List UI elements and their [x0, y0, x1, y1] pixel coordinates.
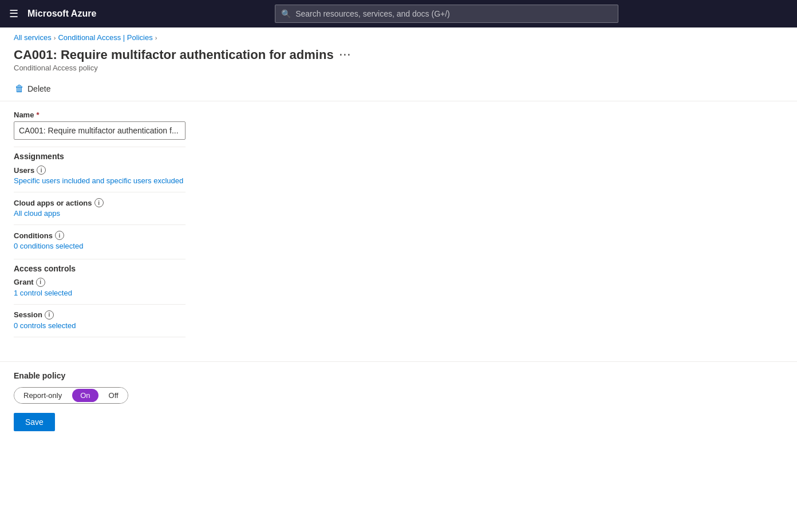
page-title: CA001: Require multifactor authenticatio…: [14, 48, 334, 62]
breadcrumb-sep1: ›: [54, 34, 56, 41]
access-controls-heading: Access controls: [14, 264, 783, 273]
grant-value[interactable]: 1 control selected: [14, 288, 783, 298]
cloud-apps-divider: [14, 224, 186, 225]
main-content: Name * Assignments Users i Specific user…: [0, 101, 797, 352]
session-info-icon[interactable]: i: [45, 310, 54, 320]
access-controls-divider: [14, 259, 186, 259]
toggle-on[interactable]: On: [72, 389, 98, 402]
cloud-apps-label: Cloud apps or actions i: [14, 198, 783, 207]
users-divider: [14, 192, 186, 192]
conditions-label: Conditions i: [14, 231, 783, 240]
breadcrumb-sep2: ›: [155, 34, 157, 41]
more-options-button[interactable]: ···: [340, 49, 352, 61]
page-header: CA001: Require multifactor authenticatio…: [0, 45, 797, 77]
search-bar[interactable]: 🔍: [275, 5, 618, 23]
grant-divider: [14, 304, 186, 305]
toggle-report-only[interactable]: Report-only: [14, 388, 71, 403]
page-subtitle: Conditional Access policy: [14, 64, 783, 72]
enable-policy-label: Enable policy: [14, 371, 783, 380]
delete-icon: 🗑: [15, 84, 24, 94]
top-nav: ☰ Microsoft Azure 🔍: [0, 0, 797, 27]
delete-label: Delete: [27, 84, 50, 93]
grant-label: Grant i: [14, 278, 783, 287]
users-label: Users i: [14, 165, 783, 175]
breadcrumb-conditional-access[interactable]: Conditional Access | Policies: [58, 33, 152, 42]
enable-policy-toggle-group[interactable]: Report-only On Off: [14, 387, 128, 404]
session-item: Session i 0 controls selected: [14, 310, 783, 331]
session-value[interactable]: 0 controls selected: [14, 321, 783, 331]
assignments-divider: [14, 147, 186, 147]
assignments-heading: Assignments: [14, 152, 783, 161]
grant-info-icon[interactable]: i: [36, 278, 45, 287]
breadcrumb-all-services[interactable]: All services: [14, 33, 52, 42]
cloud-apps-info-icon[interactable]: i: [94, 198, 104, 207]
session-label: Session i: [14, 310, 783, 320]
users-value[interactable]: Specific users included and specific use…: [14, 176, 783, 186]
name-field-group: Name *: [14, 111, 783, 140]
conditions-info-icon[interactable]: i: [55, 231, 64, 240]
name-label: Name *: [14, 111, 783, 119]
save-button[interactable]: Save: [14, 413, 55, 431]
hamburger-icon[interactable]: ☰: [9, 7, 18, 20]
access-controls-section: Access controls Grant i 1 control select…: [14, 264, 783, 337]
toolbar: 🗑 Delete: [0, 77, 797, 101]
breadcrumb: All services › Conditional Access | Poli…: [0, 27, 797, 45]
toggle-off[interactable]: Off: [100, 388, 128, 403]
cloud-apps-value[interactable]: All cloud apps: [14, 208, 783, 219]
cloud-apps-item: Cloud apps or actions i All cloud apps: [14, 198, 783, 219]
conditions-item: Conditions i 0 conditions selected: [14, 231, 783, 251]
search-icon: 🔍: [281, 9, 291, 18]
enable-policy-section: Enable policy Report-only On Off Save: [0, 361, 797, 440]
delete-button[interactable]: 🗑 Delete: [14, 81, 52, 96]
conditions-value[interactable]: 0 conditions selected: [14, 241, 783, 251]
name-input[interactable]: [14, 121, 186, 140]
search-input[interactable]: [295, 9, 612, 18]
users-info-icon[interactable]: i: [37, 165, 46, 175]
session-divider: [14, 337, 186, 337]
users-item: Users i Specific users included and spec…: [14, 165, 783, 186]
brand-logo: Microsoft Azure: [27, 9, 96, 19]
required-indicator: *: [36, 111, 39, 119]
assignments-section: Assignments Users i Specific users inclu…: [14, 152, 783, 252]
grant-item: Grant i 1 control selected: [14, 278, 783, 298]
